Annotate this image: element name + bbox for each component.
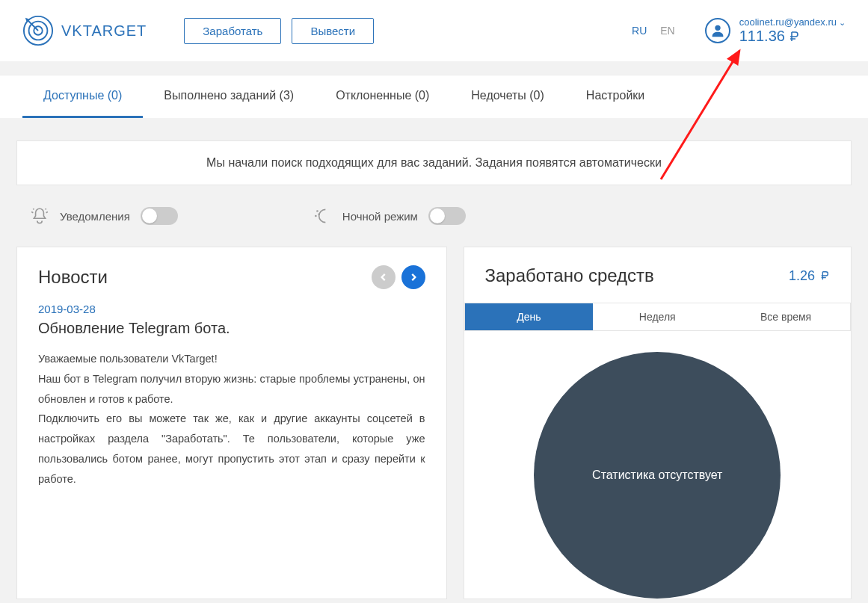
period-tabs: День Неделя Все время bbox=[464, 303, 852, 331]
notifications-toggle[interactable] bbox=[141, 207, 178, 225]
user-email: coolinet.ru@yandex.ru⌄ bbox=[739, 16, 846, 28]
news-body: Уважаемые пользователи VkTarget! Наш бот… bbox=[38, 349, 425, 489]
tab-issues[interactable]: Недочеты (0) bbox=[450, 75, 565, 118]
earnings-card: Заработано средств 1.26 День Неделя Все … bbox=[464, 247, 852, 599]
news-title: Новости bbox=[38, 267, 108, 288]
lang-en[interactable]: EN bbox=[660, 25, 674, 37]
svg-point-8 bbox=[318, 214, 319, 214]
news-card: Новости 2019-03-28 Обновление Telegram б… bbox=[16, 247, 447, 599]
notice-bar: Мы начали поиск подходящих для вас задан… bbox=[16, 140, 852, 185]
news-headline: Обновление Telegram бота. bbox=[38, 320, 425, 337]
ruble-icon bbox=[788, 31, 800, 43]
chevron-right-icon bbox=[408, 272, 419, 282]
tab-completed[interactable]: Выполнено заданий (3) bbox=[143, 75, 315, 118]
svg-point-5 bbox=[715, 25, 720, 31]
chevron-left-icon bbox=[378, 272, 389, 282]
news-next-button[interactable] bbox=[401, 265, 425, 289]
target-icon bbox=[22, 15, 54, 46]
logo-text: VKTARGET bbox=[61, 22, 147, 40]
stats-chart: Статистика отсутствует bbox=[534, 352, 781, 599]
tab-available[interactable]: Доступные (0) bbox=[22, 75, 143, 118]
period-all[interactable]: Все время bbox=[721, 303, 850, 330]
earn-button[interactable]: Заработать bbox=[184, 18, 281, 44]
lang-ru[interactable]: RU bbox=[632, 25, 647, 37]
period-day[interactable]: День bbox=[465, 303, 594, 330]
night-mode-label: Ночной режим bbox=[342, 210, 418, 223]
period-week[interactable]: Неделя bbox=[593, 303, 721, 330]
no-stats-label: Статистика отсутствует bbox=[592, 469, 722, 482]
tabs-nav: Доступные (0) Выполнено заданий (3) Откл… bbox=[0, 75, 868, 118]
user-balance: 111.36 bbox=[739, 28, 800, 45]
withdraw-button[interactable]: Вывести bbox=[292, 18, 374, 44]
ruble-icon bbox=[819, 270, 830, 281]
avatar-icon bbox=[705, 18, 730, 43]
earnings-title: Заработано средств bbox=[485, 265, 654, 286]
user-menu[interactable]: coolinet.ru@yandex.ru⌄ 111.36 bbox=[705, 16, 846, 45]
svg-point-7 bbox=[316, 215, 316, 216]
toggle-row: Уведомления Ночной режим bbox=[0, 185, 868, 247]
news-date: 2019-03-28 bbox=[38, 303, 425, 315]
night-mode-toggle[interactable] bbox=[428, 207, 466, 225]
moon-icon bbox=[313, 206, 332, 226]
earnings-amount: 1.26 bbox=[789, 268, 830, 284]
chevron-down-icon: ⌄ bbox=[839, 18, 846, 27]
tab-rejected[interactable]: Отклоненные (0) bbox=[315, 75, 450, 118]
logo[interactable]: VKTARGET bbox=[22, 15, 147, 46]
news-prev-button[interactable] bbox=[372, 265, 395, 289]
notifications-label: Уведомления bbox=[60, 210, 130, 223]
tab-settings[interactable]: Настройки bbox=[565, 75, 665, 118]
bell-icon bbox=[30, 206, 49, 226]
header: VKTARGET Заработать Вывести RU EN coolin… bbox=[0, 0, 868, 61]
svg-point-6 bbox=[317, 211, 318, 211]
